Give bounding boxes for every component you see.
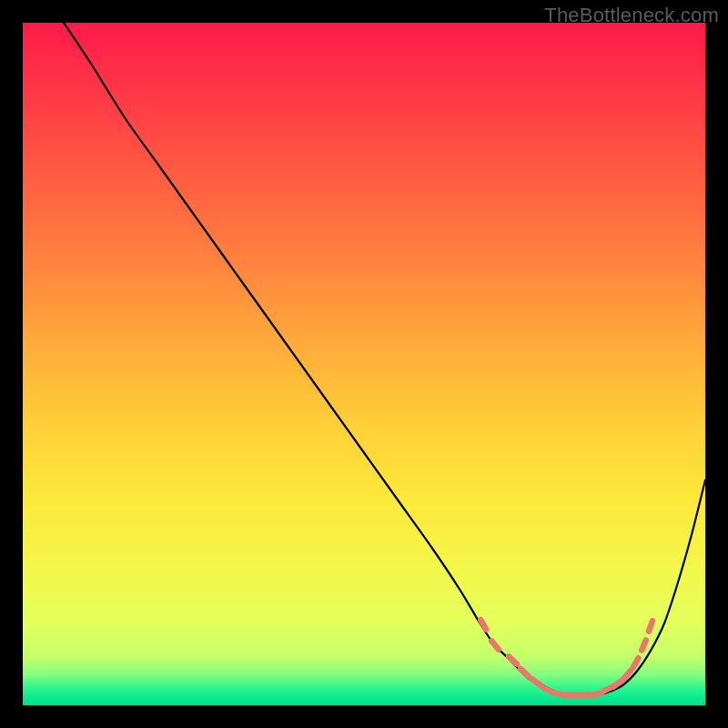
trough-marker — [642, 640, 646, 650]
trough-marker — [509, 656, 517, 663]
trough-marker — [543, 688, 553, 693]
trough-markers — [480, 620, 652, 695]
chart-frame: TheBottleneck.com — [0, 0, 728, 728]
trough-marker — [480, 620, 486, 629]
plot-area — [23, 23, 705, 705]
bottleneck-curve — [64, 23, 705, 695]
trough-marker — [531, 679, 541, 685]
trough-marker — [623, 671, 631, 679]
watermark-text: TheBottleneck.com — [544, 4, 719, 27]
curve-layer — [23, 23, 705, 705]
trough-marker — [521, 669, 529, 676]
trough-marker — [591, 693, 602, 696]
trough-marker — [491, 641, 499, 649]
trough-marker — [633, 658, 639, 667]
trough-marker — [649, 621, 652, 631]
